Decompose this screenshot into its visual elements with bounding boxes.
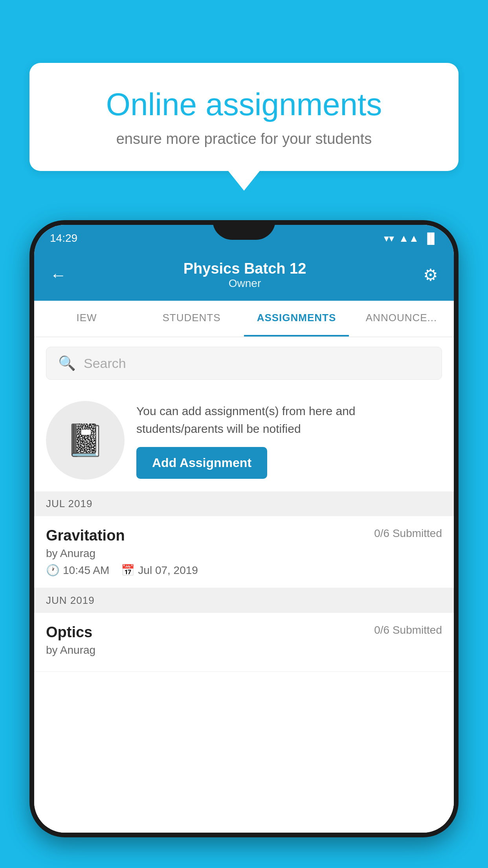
assignment-row-top-optics: Optics 0/6 Submitted — [46, 624, 442, 641]
assignment-submitted: 0/6 Submitted — [374, 527, 442, 540]
app-bar-title: Physics Batch 12 — [183, 260, 306, 277]
clock-icon: 🕐 — [46, 564, 60, 577]
bubble-title: Online assignments — [57, 86, 431, 123]
battery-icon: ▐▌ — [424, 232, 438, 245]
assignment-meta: 🕐 10:45 AM 📅 Jul 07, 2019 — [46, 564, 442, 577]
app-bar-subtitle: Owner — [183, 277, 306, 290]
section-header-jun: JUN 2019 — [34, 588, 454, 613]
phone-container: 14:29 ▾▾ ▲▲ ▐▌ ← Physics Batch 12 Owner … — [29, 220, 459, 868]
speech-bubble-section: Online assignments ensure more practice … — [29, 63, 459, 191]
search-icon: 🔍 — [58, 355, 76, 371]
meta-time-value: 10:45 AM — [63, 564, 109, 577]
assignment-submitted-optics: 0/6 Submitted — [374, 624, 442, 636]
app-bar: ← Physics Batch 12 Owner ⚙ — [34, 249, 454, 301]
tab-announcements[interactable]: ANNOUNCE... — [349, 301, 454, 337]
calendar-icon: 📅 — [121, 564, 135, 577]
assignment-name: Gravitation — [46, 527, 125, 544]
phone-notch — [213, 220, 275, 240]
status-time: 14:29 — [50, 232, 77, 245]
assignment-row-top: Gravitation 0/6 Submitted — [46, 527, 442, 544]
phone-inner: 14:29 ▾▾ ▲▲ ▐▌ ← Physics Batch 12 Owner … — [34, 225, 454, 833]
speech-bubble-card: Online assignments ensure more practice … — [29, 63, 459, 171]
meta-date: 📅 Jul 07, 2019 — [121, 564, 198, 577]
section-label-jun: JUN 2019 — [46, 594, 95, 606]
status-icons: ▾▾ ▲▲ ▐▌ — [384, 232, 438, 245]
tab-assignments[interactable]: ASSIGNMENTS — [244, 301, 349, 337]
assignment-item-optics[interactable]: Optics 0/6 Submitted by Anurag — [34, 613, 454, 672]
content-area: 🔍 Search 📓 You can add assignment(s) fro… — [34, 337, 454, 833]
search-bar[interactable]: 🔍 Search — [46, 347, 442, 380]
notebook-icon: 📓 — [66, 422, 105, 459]
bubble-subtitle: ensure more practice for your students — [57, 131, 431, 147]
speech-bubble-arrow — [228, 171, 260, 191]
assignment-author: by Anurag — [46, 547, 442, 560]
section-label-jul: JUL 2019 — [46, 498, 92, 509]
add-assignment-button[interactable]: Add Assignment — [136, 447, 267, 479]
phone-outer: 14:29 ▾▾ ▲▲ ▐▌ ← Physics Batch 12 Owner … — [29, 220, 459, 837]
settings-icon[interactable]: ⚙ — [423, 265, 438, 285]
assignment-item-gravitation[interactable]: Gravitation 0/6 Submitted by Anurag 🕐 10… — [34, 516, 454, 588]
search-placeholder: Search — [84, 356, 126, 371]
section-header-jul: JUL 2019 — [34, 491, 454, 516]
info-section: 📓 You can add assignment(s) from here an… — [34, 389, 454, 491]
meta-time: 🕐 10:45 AM — [46, 564, 109, 577]
app-bar-title-group: Physics Batch 12 Owner — [183, 260, 306, 290]
info-text-block: You can add assignment(s) from here and … — [136, 402, 442, 479]
meta-date-value: Jul 07, 2019 — [138, 564, 198, 577]
wifi-icon: ▾▾ — [384, 232, 394, 245]
info-description-text: You can add assignment(s) from here and … — [136, 402, 442, 438]
assignment-icon-circle: 📓 — [46, 401, 125, 480]
assignment-name-optics: Optics — [46, 624, 92, 641]
tab-bar: IEW STUDENTS ASSIGNMENTS ANNOUNCE... — [34, 301, 454, 337]
signal-icon: ▲▲ — [399, 232, 419, 245]
back-button[interactable]: ← — [50, 266, 66, 285]
tab-iew[interactable]: IEW — [34, 301, 139, 337]
assignment-author-optics: by Anurag — [46, 644, 442, 657]
tab-students[interactable]: STUDENTS — [139, 301, 244, 337]
